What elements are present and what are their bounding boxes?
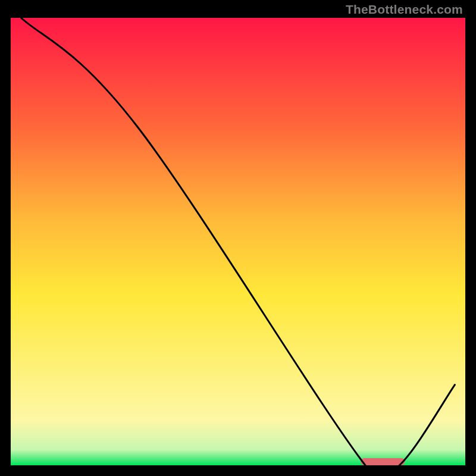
chart-container: TheBottleneck.com <box>0 0 476 476</box>
watermark-text: TheBottleneck.com <box>346 2 463 17</box>
chart-marker <box>361 458 405 465</box>
chart-gradient-bg <box>11 18 465 465</box>
chart-svg <box>0 0 476 476</box>
